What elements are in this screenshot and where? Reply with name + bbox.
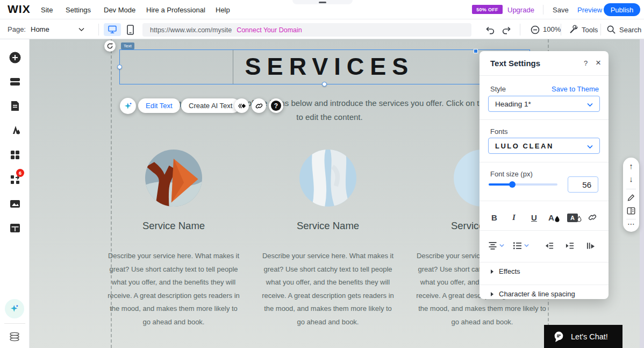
element-type-tag: Text — [121, 42, 134, 49]
more-actions-button[interactable]: ⋯ — [623, 219, 639, 228]
search-icon — [606, 25, 616, 34]
resize-handle-left[interactable] — [117, 65, 122, 69]
help-bubble-button[interactable]: ? — [269, 98, 283, 113]
outdent-button[interactable] — [545, 242, 554, 252]
font-size-input[interactable]: 56 — [568, 176, 598, 193]
character-spacing-label: Character & line spacing — [499, 290, 575, 298]
slider-handle[interactable] — [509, 181, 516, 188]
effects-section-toggle[interactable]: Effects — [491, 267, 520, 275]
site-url-bar[interactable]: https://www.wix.com/mysite Connect Your … — [142, 23, 471, 37]
rotate-handle[interactable] — [104, 40, 116, 52]
save-button[interactable]: Save — [553, 6, 569, 14]
service-image-2[interactable] — [299, 150, 356, 207]
chevron-down-icon — [78, 27, 84, 32]
preview-button[interactable]: Preview — [577, 6, 602, 14]
site-design-button[interactable] — [9, 124, 22, 139]
mobile-view-button[interactable] — [124, 23, 137, 36]
animation-button[interactable] — [234, 98, 249, 113]
layout-tools-button[interactable] — [9, 222, 22, 237]
topbar-collapse-notch[interactable] — [292, 0, 353, 4]
text-link-button[interactable] — [588, 212, 597, 224]
move-down-button[interactable]: ↓ — [623, 174, 639, 183]
layers-button[interactable] — [9, 331, 20, 345]
menu-hire-a-professional[interactable]: Hire a Professional — [146, 6, 205, 14]
chat-bubble-icon — [553, 330, 565, 343]
menu-settings[interactable]: Settings — [66, 6, 91, 14]
desktop-view-button[interactable] — [104, 23, 121, 36]
redo-button[interactable] — [502, 25, 512, 38]
add-elements-button[interactable] — [9, 51, 22, 66]
edit-design-button[interactable] — [626, 193, 636, 204]
service-name-1[interactable]: Service Name — [120, 220, 227, 232]
undo-button[interactable] — [484, 25, 495, 38]
zoom-out-icon — [530, 25, 540, 35]
change-layout-button[interactable] — [626, 206, 636, 218]
resize-handle-corner[interactable] — [474, 49, 478, 53]
font-size-slider[interactable] — [489, 183, 557, 186]
style-dropdown[interactable]: Heading 1* — [488, 96, 600, 112]
panel-help-icon[interactable]: ? — [584, 59, 588, 67]
edit-text-button[interactable]: Edit Text — [138, 98, 180, 113]
create-ai-text-button[interactable]: Create AI Text — [181, 98, 240, 113]
resize-handle-bottom[interactable] — [322, 82, 327, 87]
toolbar-divider — [520, 24, 520, 35]
indent-button[interactable] — [566, 242, 574, 252]
character-spacing-toggle[interactable]: Character & line spacing — [491, 290, 575, 298]
italic-button[interactable]: I — [512, 213, 516, 222]
zoom-out-button[interactable] — [530, 25, 540, 37]
add-section-button[interactable] — [9, 75, 22, 90]
page-label: Page: — [8, 25, 26, 33]
menu-dev-mode[interactable]: Dev Mode — [104, 6, 135, 14]
wix-logo[interactable]: WIX — [8, 3, 31, 16]
topbar-divider — [543, 5, 543, 15]
text-direction-button[interactable] — [586, 242, 595, 252]
menu-help[interactable]: Help — [216, 6, 230, 14]
service-image-1[interactable] — [145, 150, 202, 207]
highlight-color-button[interactable]: A — [567, 214, 582, 222]
connect-your-domain-link[interactable]: Connect Your Domain — [237, 26, 302, 34]
text-color-letter: A — [548, 213, 554, 222]
menu-site[interactable]: Site — [41, 6, 53, 14]
chevron-down-icon — [499, 244, 504, 247]
pages-menu-button[interactable] — [9, 100, 22, 115]
wrench-icon — [569, 25, 578, 34]
service-description-1[interactable]: Describe your service here. What makes i… — [106, 250, 241, 329]
font-value: LULO CLEAN — [495, 142, 554, 150]
page-selector[interactable]: Home — [31, 25, 49, 33]
link-icon — [588, 212, 597, 222]
tools-label: Tools — [582, 26, 598, 34]
save-to-theme-link[interactable]: Save to Theme — [552, 85, 599, 93]
service-description-2[interactable]: Describe your service here. What makes i… — [260, 250, 396, 329]
style-value: Heading 1* — [495, 100, 531, 108]
image-icon — [9, 197, 22, 210]
indent-icon — [566, 242, 574, 250]
alignment-dropdown[interactable] — [488, 241, 504, 250]
media-button[interactable] — [9, 197, 22, 212]
text-color-button[interactable]: A — [548, 213, 560, 222]
add-apps-button[interactable] — [9, 148, 22, 164]
desktop-icon — [107, 25, 118, 34]
panel-close-icon[interactable]: × — [596, 58, 601, 68]
service-name-2[interactable]: Service Name — [274, 220, 382, 232]
search-button[interactable]: Search — [606, 25, 641, 34]
link-button[interactable] — [252, 98, 266, 113]
upgrade-link[interactable]: Upgrade — [507, 6, 534, 14]
lets-chat-button[interactable]: Let's Chat! — [544, 325, 622, 348]
list-dropdown[interactable] — [513, 241, 529, 250]
ai-assistant-button[interactable] — [6, 301, 23, 317]
bold-button[interactable]: B — [491, 213, 497, 222]
canvas-scroll-strip[interactable] — [640, 39, 644, 348]
expand-arrow-icon — [491, 269, 493, 274]
move-up-button[interactable]: ↑ — [623, 161, 639, 171]
text-element-selection-box[interactable] — [119, 49, 530, 84]
zoom-level[interactable]: 100% — [543, 25, 561, 33]
redo-icon — [502, 25, 512, 35]
tools-button[interactable]: Tools — [569, 25, 598, 34]
font-dropdown[interactable]: LULO CLEAN — [488, 138, 600, 154]
panel-title: Text Settings — [490, 59, 540, 68]
ai-tools-button[interactable] — [120, 98, 136, 114]
underline-button[interactable]: U — [531, 213, 537, 222]
publish-button[interactable]: Publish — [604, 3, 640, 16]
chevron-down-icon — [587, 145, 593, 149]
ai-sparkle-icon — [124, 102, 133, 111]
